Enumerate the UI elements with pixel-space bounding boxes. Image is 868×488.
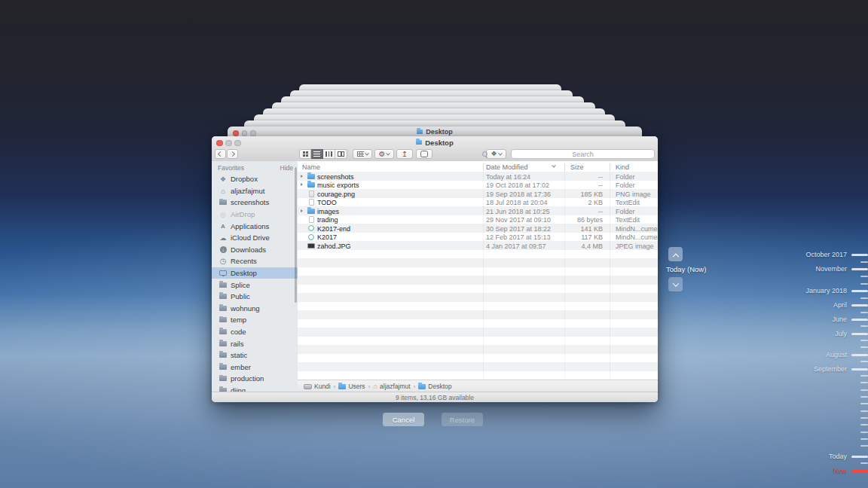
sidebar-item-static[interactable]: static [212,349,298,361]
sidebar-item-code[interactable]: code [212,326,298,338]
sidebar-scrollbar[interactable] [295,167,297,303]
document-icon [309,199,314,206]
timeline-forward-button[interactable] [668,247,683,261]
icloud-icon: ☁ [220,234,227,242]
sidebar-item-public[interactable]: Public [212,291,298,303]
titlebar[interactable]: Desktop [212,136,658,148]
sidebar-item-recents[interactable]: ◷Recents [212,255,298,267]
timeline-tick[interactable] [860,441,868,450]
path-item-kundi[interactable]: Kundi [304,383,331,390]
timeline-october-2017[interactable]: October 2017 [805,250,868,259]
file-row[interactable]: images21 Jun 2018 at 10:25--Folder [298,206,658,215]
empty-row [298,250,658,259]
column-header-date-modified[interactable]: Date Modified [486,163,528,171]
path-item-desktop[interactable]: Desktop [418,383,451,390]
sidebar-item-label: AirDrop [231,210,255,218]
sidebar-item-screenshots[interactable]: screenshots [212,197,298,209]
sidebar-item-applications[interactable]: AApplications [212,220,298,232]
sidebar-item-splice[interactable]: Splice [212,279,298,291]
sidebar-item-desktop[interactable]: Desktop [212,267,298,279]
file-row[interactable]: K201712 Feb 2017 at 15:13117 KBMindN...c… [298,233,658,242]
sidebar-item-temp[interactable]: temp [212,314,298,326]
disclosure-triangle-icon[interactable] [301,175,303,178]
sidebar-item-ember[interactable]: ember [212,361,298,374]
sidebar-item-label: Recents [231,257,257,265]
file-row[interactable]: music exports19 Oct 2018 at 17:02--Folde… [298,181,658,190]
file-kind: Folder [616,181,635,189]
folder-icon [307,174,315,179]
list-view-button[interactable] [311,149,323,159]
dropbox-button[interactable]: ❖ [486,149,506,159]
folder-icon [219,329,227,334]
sidebar-item-production[interactable]: production [212,373,298,385]
timeline-bar [851,368,868,371]
column-divider[interactable] [483,163,484,172]
icon-view-button[interactable] [299,149,311,159]
path-item-users[interactable]: Users [338,383,365,390]
sidebar-item-label: screenshots [231,198,269,206]
action-button[interactable]: ⚙ [374,149,394,159]
tags-button[interactable] [416,149,432,159]
file-row[interactable]: zahod.JPG4 Jan 2017 at 09:574,4 MBJPEG i… [298,241,658,250]
folder-icon [418,384,426,389]
file-row[interactable]: K2017-end30 Sep 2017 at 18:22141 KBMindN… [298,224,658,233]
back-button[interactable] [215,149,226,159]
sidebar-item-dropbox[interactable]: ❖Dropbox [212,173,298,185]
sidebar-item-icloud-drive[interactable]: ☁iCloud Drive [212,232,298,244]
timeline-january-2018[interactable]: January 2018 [805,286,868,295]
list-view-icon [313,151,320,157]
column-header-kind[interactable]: Kind [616,163,629,171]
sidebar-item-label: wohnung [231,304,260,313]
timeline-bar [851,470,868,472]
timeline-label: September [814,365,847,373]
timeline-tick-mark [860,312,868,313]
timeline-back-button[interactable] [668,277,683,291]
file-date-modified: 12 Feb 2017 at 15:13 [486,233,551,241]
disclosure-triangle-icon[interactable] [301,183,303,186]
file-kind: MindN...cument [616,225,658,233]
file-row[interactable]: trading29 Nov 2017 at 09:1086 bytesTextE… [298,215,658,224]
column-view-button[interactable] [323,149,335,159]
file-row[interactable]: screenshotsToday at 16:24--Folder [298,172,658,181]
sidebar-item-wohnung[interactable]: wohnung [212,303,298,315]
cancel-button[interactable]: Cancel [383,413,424,426]
path-item-aljazfajmut[interactable]: ⌂aljazfajmut [373,383,410,390]
hide-sidebar-button[interactable]: Hide [280,164,293,172]
search-input[interactable] [511,149,655,159]
column-divider[interactable] [610,163,610,172]
desktop-icon [219,270,227,276]
timeline-tick-mark [860,462,868,464]
restore-button[interactable]: Restore [442,413,483,426]
share-button[interactable]: ↥ [396,149,413,159]
column-divider[interactable] [564,163,565,172]
forward-button[interactable] [227,149,238,159]
empty-row [298,371,658,380]
timeline-tick-mark [860,340,868,341]
column-line [610,172,610,380]
sidebar-item-aljazfajmut[interactable]: ⌂aljazfajmut [212,185,298,197]
sort-chevron-icon [552,163,556,168]
column-header-name[interactable]: Name [302,163,320,171]
file-size: 86 bytes [546,216,603,224]
file-name: K2017 [317,233,337,241]
disclosure-triangle-icon[interactable] [301,209,303,212]
sidebar-item-rails[interactable]: rails [212,337,298,349]
timeline-bar [851,304,868,307]
file-row[interactable]: TODO18 Jul 2018 at 20:042 KBTextEdit [298,198,658,207]
file-row[interactable]: courage.png19 Sep 2018 at 17:36185 KBPNG… [298,189,658,198]
coverflow-view-button[interactable] [335,149,347,159]
sidebar-item-airdrop[interactable]: ◎AirDrop [212,209,298,221]
chevron-left-icon [218,151,223,157]
group-button[interactable] [353,149,372,159]
file-date-modified: 18 Jul 2018 at 20:04 [486,199,548,206]
file-date-modified: 4 Jan 2017 at 09:57 [486,242,546,250]
timeline-now[interactable]: Now [833,466,868,475]
sidebar-item-label: Splice [231,281,250,289]
column-header-size[interactable]: Size [570,163,584,171]
folder-icon [219,306,227,311]
sidebar-item-downloads[interactable]: ↓Downloads [212,244,298,256]
empty-row [298,267,658,276]
mindnode-icon [308,234,314,240]
dropbox-icon: ❖ [220,175,226,183]
chevron-down-icon [387,151,391,155]
